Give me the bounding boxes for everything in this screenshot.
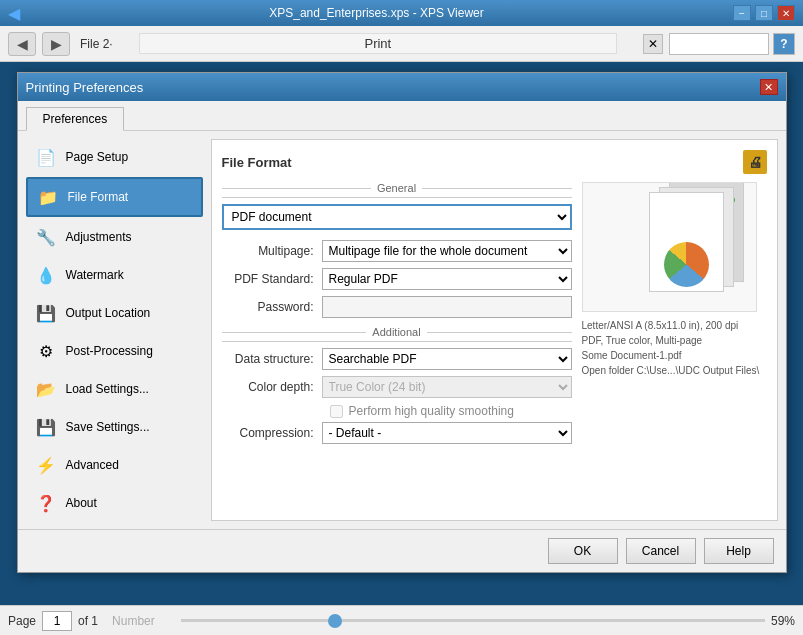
ok-button[interactable]: OK [548, 538, 618, 564]
sidebar-item-about[interactable]: ❓ About [26, 485, 203, 521]
tab-preferences[interactable]: Preferences [26, 107, 125, 131]
color-depth-row: Color depth: True Color (24 bit) [222, 376, 572, 398]
preview-info-line2: PDF, True color, Multi-page [582, 333, 767, 348]
compression-control: - Default - [322, 422, 572, 444]
search-input[interactable] [669, 33, 769, 55]
print-close-button[interactable]: ✕ [643, 34, 663, 54]
sidebar-label-advanced: Advanced [66, 458, 119, 472]
page-setup-icon: 📄 [34, 145, 58, 169]
advanced-icon: ⚡ [34, 453, 58, 477]
data-structure-row: Data structure: Searchable PDF [222, 348, 572, 370]
sidebar-label-watermark: Watermark [66, 268, 124, 282]
sidebar-item-load-settings[interactable]: 📂 Load Settings... [26, 371, 203, 407]
form-area: General PDF document Multipage: [222, 182, 572, 450]
preview-info-line4: Open folder C:\Use...\UDC Output Files\ [582, 363, 767, 378]
toolbar-right: ? [669, 33, 795, 55]
of-label: of 1 [78, 614, 98, 628]
sidebar-label-about: About [66, 496, 97, 510]
pdf-standard-row: PDF Standard: Regular PDF [222, 268, 572, 290]
bottom-bar: Page of 1 Number 59% [0, 605, 803, 635]
dialog-tabs: Preferences [18, 101, 786, 131]
sidebar-item-post-processing[interactable]: ⚙ Post-Processing [26, 333, 203, 369]
compression-label: Compression: [222, 426, 322, 440]
preview-doc [619, 187, 719, 307]
about-icon: ❓ [34, 491, 58, 515]
maximize-button[interactable]: □ [755, 5, 773, 21]
multipage-control: Multipage file for the whole document [322, 240, 572, 262]
watermark-icon: 💧 [34, 263, 58, 287]
sidebar-item-page-setup[interactable]: 📄 Page Setup [26, 139, 203, 175]
multipage-row: Multipage: Multipage file for the whole … [222, 240, 572, 262]
sidebar-label-page-setup: Page Setup [66, 150, 129, 164]
sidebar-item-watermark[interactable]: 💧 Watermark [26, 257, 203, 293]
color-depth-control: True Color (24 bit) [322, 376, 572, 398]
sidebar-item-save-settings[interactable]: 💾 Save Settings... [26, 409, 203, 445]
dialog-footer: OK Cancel Help [18, 529, 786, 572]
smoothing-row: Perform high quality smoothing [330, 404, 572, 418]
sidebar-item-file-format[interactable]: 📁 File Format [26, 177, 203, 217]
adjustments-icon: 🔧 [34, 225, 58, 249]
pdf-standard-label: PDF Standard: [222, 272, 322, 286]
file-label: File 2· [80, 37, 113, 51]
general-group-label: General [222, 182, 572, 198]
toolbar: ◀ ▶ File 2· Print ✕ ? [0, 26, 803, 62]
zoom-label: 59% [771, 614, 795, 628]
cancel-button[interactable]: Cancel [626, 538, 696, 564]
nav-forward-button[interactable]: ▶ [42, 32, 70, 56]
password-input[interactable] [322, 296, 572, 318]
post-processing-icon: ⚙ [34, 339, 58, 363]
dialog-body: 📄 Page Setup 📁 File Format 🔧 Adjustments… [18, 131, 786, 529]
password-label: Password: [222, 300, 322, 314]
sidebar-item-advanced[interactable]: ⚡ Advanced [26, 447, 203, 483]
page-number-input[interactable] [42, 611, 72, 631]
data-structure-select[interactable]: Searchable PDF [322, 348, 572, 370]
help-button[interactable]: Help [704, 538, 774, 564]
password-control [322, 296, 572, 318]
smoothing-label: Perform high quality smoothing [349, 404, 514, 418]
content-with-preview: General PDF document Multipage: [222, 182, 767, 450]
password-row: Password: [222, 296, 572, 318]
section-title: File Format 🖨 [222, 150, 767, 174]
pdf-standard-control: Regular PDF [322, 268, 572, 290]
sidebar-item-output-location[interactable]: 💾 Output Location [26, 295, 203, 331]
number-label: Number [112, 614, 155, 628]
sidebar-label-post-processing: Post-Processing [66, 344, 153, 358]
multipage-label: Multipage: [222, 244, 322, 258]
zoom-slider[interactable] [181, 619, 765, 622]
close-window-button[interactable]: ✕ [777, 5, 795, 21]
nav-back-button[interactable]: ◀ [8, 32, 36, 56]
dialog-overlay: Printing Preferences ✕ Preferences 📄 Pag… [0, 62, 803, 605]
dialog-close-button[interactable]: ✕ [760, 79, 778, 95]
save-settings-icon: 💾 [34, 415, 58, 439]
pie-chart [664, 242, 709, 287]
sidebar-item-adjustments[interactable]: 🔧 Adjustments [26, 219, 203, 255]
output-location-icon: 💾 [34, 301, 58, 325]
help-button[interactable]: ? [773, 33, 795, 55]
preview-info-line1: Letter/ANSI A (8.5x11.0 in), 200 dpi [582, 318, 767, 333]
pdf-standard-select[interactable]: Regular PDF [322, 268, 572, 290]
zoom-slider-area [181, 619, 765, 622]
multipage-select[interactable]: Multipage file for the whole document [322, 240, 572, 262]
print-label: Print [139, 33, 617, 54]
minimize-button[interactable]: − [733, 5, 751, 21]
title-bar: ◀ XPS_and_Enterprises.xps - XPS Viewer −… [0, 0, 803, 26]
printing-preferences-dialog: Printing Preferences ✕ Preferences 📄 Pag… [17, 72, 787, 573]
smoothing-checkbox[interactable] [330, 405, 343, 418]
additional-group-label: Additional [222, 326, 572, 342]
dialog-titlebar: Printing Preferences ✕ [18, 73, 786, 101]
main-content: File Format 🖨 General PDF document [211, 139, 778, 521]
window-controls: − □ ✕ [733, 5, 795, 21]
color-depth-label: Color depth: [222, 380, 322, 394]
section-icon: 🖨 [743, 150, 767, 174]
compression-row: Compression: - Default - [222, 422, 572, 444]
sidebar: 📄 Page Setup 📁 File Format 🔧 Adjustments… [26, 139, 211, 521]
compression-select[interactable]: - Default - [322, 422, 572, 444]
sidebar-label-output-location: Output Location [66, 306, 151, 320]
preview-area: Letter/ANSI A (8.5x11.0 in), 200 dpi PDF… [582, 182, 767, 450]
format-select[interactable]: PDF document [222, 204, 572, 230]
outer-window: ◀ XPS_and_Enterprises.xps - XPS Viewer −… [0, 0, 803, 635]
sidebar-label-adjustments: Adjustments [66, 230, 132, 244]
page-label: Page [8, 614, 36, 628]
color-depth-select[interactable]: True Color (24 bit) [322, 376, 572, 398]
data-structure-control: Searchable PDF [322, 348, 572, 370]
